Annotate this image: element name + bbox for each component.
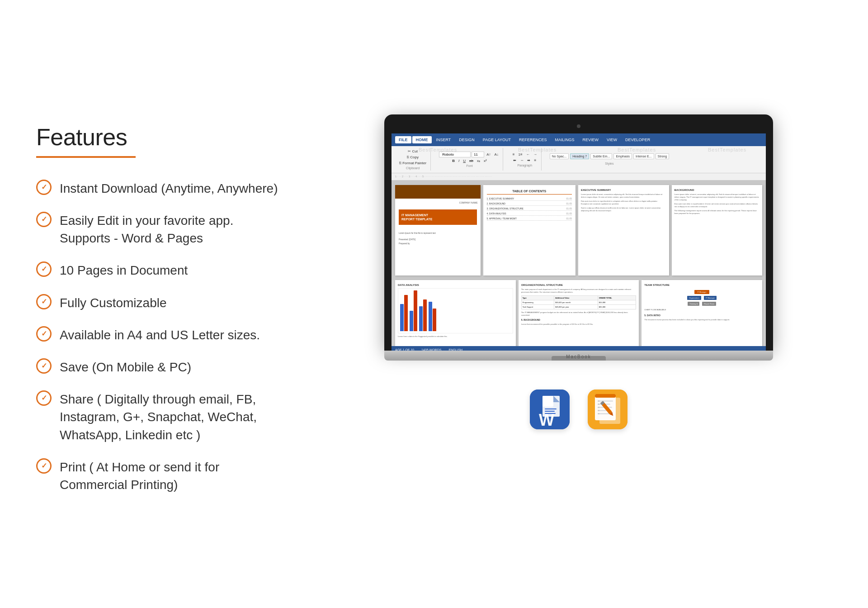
org-heading: TEAM STRUCTURE [644, 284, 760, 286]
list-item: Share ( Digitally through email, FB,Inst… [36, 390, 289, 444]
style-intense-button[interactable]: Intense E... [633, 153, 654, 159]
list-item: Instant Download (Anytime, Anywhere) [36, 180, 289, 197]
indent-decrease-button[interactable]: ← [525, 152, 531, 157]
feature-text: Share ( Digitally through email, FB,Inst… [60, 390, 257, 444]
align-center-button[interactable]: ↔ [519, 158, 525, 163]
table-header: Type [521, 295, 554, 300]
ribbon-tab-file[interactable]: FILE [395, 136, 411, 143]
app-icons-row: W [530, 390, 627, 429]
cover-presenter: Presented: [DATE] [399, 238, 477, 241]
ribbon-tab-insert[interactable]: INSERT [433, 136, 455, 143]
ribbon-tab-page-layout[interactable]: PAGE LAYOUT [479, 136, 514, 143]
content-text-7: The main purpose of each department or t… [521, 288, 637, 294]
font-name-input[interactable] [439, 152, 471, 157]
table-section: Type Additional Value GRAND TOTAL Progra… [521, 295, 637, 309]
clipboard-label: Clipboard [406, 166, 420, 170]
toc-item-page: 01:05 [566, 217, 572, 220]
toc-title: TABLE OF CONTENTS [487, 190, 572, 195]
chart-bar-group-3 [419, 299, 427, 331]
org-content-text: The document review process has been inc… [644, 318, 760, 321]
grow-font-button[interactable]: A↑ [485, 152, 492, 157]
cut-button[interactable]: ✂ Cut [406, 149, 419, 154]
word-app-icon[interactable]: W [530, 390, 570, 429]
feature-text: 10 Pages in Document [60, 261, 188, 279]
toc-item-label: 3. ORGANIZATIONAL STRUCTURE [487, 207, 524, 210]
content-text-6: The following management report covers a… [675, 209, 760, 215]
content-page-3: ORGANIZATIONAL STRUCTURE The main purpos… [519, 280, 639, 346]
word-screen: FILE HOME INSERT DESIGN PAGE LAYOUT REFE… [392, 133, 766, 351]
indent-increase-button[interactable]: → [532, 152, 538, 157]
list-item: Easily Edit in your favorite app.Support… [36, 212, 289, 247]
laptop-base: MacBook [384, 351, 773, 361]
align-right-button[interactable]: ➡ [526, 158, 532, 163]
chart-bar [423, 299, 427, 331]
chart-area [398, 288, 513, 333]
check-icon [36, 326, 52, 342]
numbering-button[interactable]: 1≡ [517, 152, 524, 157]
check-icon [36, 212, 52, 227]
feature-text: Save (On Mobile & PC) [60, 358, 191, 376]
copy-button[interactable]: ⎘ Copy [406, 155, 420, 160]
check-icon [36, 390, 52, 406]
paragraph-label: Paragraph [517, 164, 532, 167]
style-heading7-button[interactable]: Heading 7 [570, 153, 589, 159]
org-label: CHART FLOW AVAILABLE [644, 309, 760, 311]
ribbon-tab-references[interactable]: REFERENCES [515, 136, 551, 143]
ribbon-tab-mailings[interactable]: MAILINGS [552, 136, 578, 143]
ribbon-tab-view[interactable]: VIEW [603, 136, 621, 143]
italic-button[interactable]: I [457, 158, 461, 163]
shrink-font-button[interactable]: A↓ [493, 152, 500, 157]
style-emphasis-button[interactable]: Emphasis [613, 153, 632, 159]
ribbon-tab-design[interactable]: DESIGN [455, 136, 478, 143]
underline-button[interactable]: U [462, 158, 467, 163]
superscript-button[interactable]: x² [482, 158, 488, 163]
chart-bar [404, 295, 408, 331]
content-page-1: EXECUTIVE SUMMARY Lorem ipsum dolor sit … [578, 185, 669, 276]
bullets-button[interactable]: ≡ [511, 152, 516, 157]
feature-text: Easily Edit in your favorite app.Support… [60, 212, 233, 247]
features-title: Features [36, 124, 289, 151]
font-size-input[interactable] [472, 152, 484, 157]
check-icon [36, 261, 52, 277]
pages-row-1: COMPANY NAME IT MANAGEMENTREPORT TEMPLAT… [392, 180, 766, 280]
toc-item-page: 01:05 [566, 197, 572, 200]
list-item: Available in A4 and US Letter sizes. [36, 326, 289, 344]
word-icon-svg: W [530, 390, 570, 429]
styles-label: Styles [605, 162, 613, 165]
cover-subtitle: Lorem Ipsum for this file to represent t… [399, 232, 477, 235]
content-subheading: 5. BACKGROUND [521, 318, 637, 321]
toc-item-1: 1. EXECUTIVE SUMMARY 01:05 [487, 197, 572, 201]
ribbon-tab-review[interactable]: REVIEW [579, 136, 603, 143]
toolbar-font-group: A↑ A↓ B I U ab x₂ x² Font [436, 148, 503, 171]
pages-row-2: DATA ANALYSIS [392, 280, 766, 346]
features-panel: Features Instant Download (Anytime, Anyw… [36, 114, 289, 494]
toc-item-2: 2. BACKGROUND 01:05 [487, 202, 572, 206]
chart-bar-group-1 [400, 295, 408, 331]
chart-caption: Lorem from a data to the Suggested possi… [398, 335, 513, 338]
content-heading-2: BACKGROUND [675, 189, 760, 191]
paste-button[interactable]: ⎘ Format Painter [398, 161, 428, 166]
content-text-5: Duis aute irure dolor in reprehenderit. … [675, 203, 760, 208]
toc-item-label: 1. EXECUTIVE SUMMARY [487, 197, 514, 200]
content-text-3: Sunt in culpa qui officia deserunt molli… [581, 207, 666, 212]
style-strong-button[interactable]: Strong [656, 153, 670, 159]
ribbon-tab-home[interactable]: HOME [412, 136, 432, 143]
cover-page: COMPANY NAME IT MANAGEMENTREPORT TEMPLAT… [395, 185, 481, 276]
ribbon-tab-developer[interactable]: DEVELOPER [622, 136, 654, 143]
svg-rect-9 [595, 394, 616, 398]
align-left-button[interactable]: ⬅ [512, 158, 518, 163]
chart-bar [429, 302, 432, 331]
strikethrough-button[interactable]: ab [468, 158, 475, 163]
chart-heading: DATA ANALYSIS [398, 284, 513, 286]
justify-button[interactable]: ≡ [533, 158, 538, 163]
subscript-button[interactable]: x₂ [476, 158, 481, 163]
bold-button[interactable]: B [451, 158, 456, 163]
word-toolbar: ✂ Cut ⎘ Copy ⎘ Format Painter Clipboard [392, 146, 766, 173]
style-normal-button[interactable]: No Spac... [550, 153, 569, 159]
svg-rect-5 [545, 411, 555, 412]
chart-bar [400, 304, 404, 331]
style-subtle-em-button[interactable]: Subtle Em... [590, 153, 612, 159]
check-icon [36, 458, 52, 474]
title-underline [36, 156, 136, 158]
pages-app-icon[interactable] [588, 390, 627, 429]
